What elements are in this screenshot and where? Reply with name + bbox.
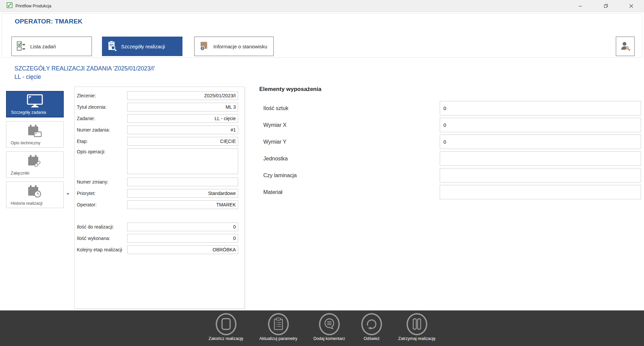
priorytet-input[interactable] <box>127 189 238 198</box>
calendar-clock-icon <box>6 184 63 199</box>
collapse-sidebar-arrow[interactable]: ◄ <box>66 192 69 195</box>
close-icon <box>629 4 633 8</box>
form-row: Priorytet: <box>77 189 238 198</box>
svg-text:i: i <box>202 46 203 50</box>
sidebar: Szczegóły zadania Opis techniczny <box>6 91 64 208</box>
sidebar-item-label: Załączniki <box>11 171 30 176</box>
close-button[interactable] <box>619 0 644 12</box>
form-row: Tytuł zlecenia: <box>77 103 238 111</box>
form-row: Numer zadania: <box>77 126 238 134</box>
jednostka-input[interactable] <box>440 151 641 166</box>
action-bar: Zakończ realizację Aktualizuj parametry <box>0 310 644 346</box>
field-label: Numer zmiany: <box>77 179 127 185</box>
tab-label: Szczegóły realizacji <box>121 44 165 49</box>
restore-icon <box>604 4 608 8</box>
aktualizuj-parametry-button[interactable]: Aktualizuj parametry <box>259 313 297 346</box>
field-label: Tytuł zlecenia: <box>77 104 127 110</box>
form-row: Opis operacji: <box>77 148 238 174</box>
sidebar-item-opis-techniczny[interactable]: Opis techniczny <box>6 121 64 148</box>
field-label: Kolejny etap realizacji <box>77 247 127 252</box>
zadanie-input[interactable] <box>127 114 238 123</box>
equipment-title: Elementy wyposażenia <box>259 86 641 93</box>
header: OPERATOR: TMAREK Lista zadań <box>2 13 642 58</box>
ilosc-do-realizacji-input[interactable] <box>127 223 238 231</box>
user-login-button[interactable] <box>616 37 635 56</box>
action-label: Zatrzymaj realizację <box>398 336 435 341</box>
stop-icon <box>216 313 236 335</box>
page-title: SZCZEGÓŁY REALIZACJI ZADANIA 'Z025/01/20… <box>14 64 155 73</box>
operator-input[interactable] <box>127 200 238 209</box>
tab-informacje-o-stanowisku[interactable]: i Informacje o stanowisku <box>194 37 274 56</box>
field-label: Zlecenie: <box>77 93 127 98</box>
equipment-label: Ilość sztuk <box>259 105 440 111</box>
tab-szczegoly-realizacji[interactable]: Szczegóły realizacji <box>102 37 182 56</box>
equipment-row: Jednostka <box>259 151 641 166</box>
numer-zmiany-input[interactable] <box>127 178 238 186</box>
field-label: Opis operacji: <box>77 148 127 154</box>
equipment-row: Ilość sztuk <box>259 101 641 115</box>
book-info-icon: i <box>199 41 209 52</box>
task-list-icon <box>16 41 26 52</box>
app-window: Printflow Produkcja OPERATOR: TMAREK <box>0 0 644 346</box>
kolejny-etap-input[interactable] <box>127 245 238 254</box>
zakoncz-realizacje-button[interactable]: Zakończ realizację <box>209 313 244 346</box>
tab-label: Lista zadań <box>30 44 56 49</box>
sidebar-item-historia-realizacji[interactable]: Historia realizacji <box>6 182 64 208</box>
ilosc-sztuk-input[interactable] <box>440 101 641 115</box>
field-label: Operator: <box>77 202 127 207</box>
form-row: Ilość do realizacji: <box>77 223 238 231</box>
operator-heading: OPERATOR: TMAREK <box>15 18 83 25</box>
comment-icon <box>319 313 340 335</box>
equipment-row: Czy laminacja <box>259 168 641 183</box>
minimize-button[interactable] <box>568 0 593 12</box>
form-row: Operator: <box>77 200 238 209</box>
form-row: Zlecenie: <box>77 91 238 100</box>
ilosc-wykonana-input[interactable] <box>127 234 238 243</box>
czy-laminacja-input[interactable] <box>440 168 641 183</box>
titlebar: Printflow Produkcja <box>0 0 644 12</box>
equipment-row: Wymiar Y <box>259 135 641 149</box>
opis-operacji-textarea[interactable] <box>127 148 238 174</box>
action-label: Odśwież <box>364 336 380 341</box>
dodaj-komentarz-button[interactable]: Dodaj komentarz <box>314 313 345 346</box>
sidebar-item-zalaczniki[interactable]: Załączniki <box>6 151 64 178</box>
numer-zadania-input[interactable] <box>127 126 238 134</box>
sidebar-item-szczegoly-zadania[interactable]: Szczegóły zadania <box>6 91 64 117</box>
field-label: Priorytet: <box>77 191 127 196</box>
clipboard-search-icon <box>107 41 117 52</box>
field-label: Ilość wykonana: <box>77 236 127 241</box>
odswiez-button[interactable]: Odśwież <box>361 313 382 346</box>
app-icon <box>7 2 12 9</box>
form-row: Ilość wykonana: <box>77 234 238 243</box>
equipment-label: Wymiar X <box>259 122 440 128</box>
equipment-row: Wymiar X <box>259 118 641 132</box>
form-row: Etap: <box>77 137 238 146</box>
equipment-label: Czy laminacja <box>259 172 440 179</box>
wymiar-x-input[interactable] <box>440 118 641 132</box>
action-label: Zakończ realizację <box>209 336 244 341</box>
window-title: Printflow Produkcja <box>15 4 51 8</box>
form-row: Kolejny etap realizacji <box>77 245 238 254</box>
material-input[interactable] <box>440 185 641 199</box>
equipment-label: Jednostka <box>259 156 440 162</box>
tab-lista-zadan[interactable]: Lista zadań <box>11 37 92 56</box>
clipboard-icon <box>268 313 289 335</box>
task-details-panel: Zlecenie: Tytuł zlecenia: Zadanie: Numer… <box>74 87 245 309</box>
field-label: Etap: <box>77 139 127 144</box>
tytul-zlecenia-input[interactable] <box>127 103 238 111</box>
restore-button[interactable] <box>593 0 619 12</box>
form-row: Numer zmiany: <box>77 178 238 186</box>
wymiar-y-input[interactable] <box>440 135 641 149</box>
sidebar-item-label: Historia realizacji <box>11 201 42 206</box>
equipment-label: Materiał <box>259 189 440 195</box>
page-subtitle: LL - cięcie <box>14 73 155 81</box>
zlecenie-input[interactable] <box>127 91 238 100</box>
etap-input[interactable] <box>127 137 238 146</box>
monitor-icon <box>7 94 63 108</box>
pause-icon <box>407 313 427 335</box>
minimize-icon <box>578 4 582 8</box>
zatrzymaj-realizacje-button[interactable]: Zatrzymaj realizację <box>398 313 435 346</box>
field-label: Numer zadania: <box>77 127 127 133</box>
sidebar-item-label: Opis techniczny <box>11 141 40 145</box>
action-label: Dodaj komentarz <box>314 336 345 341</box>
